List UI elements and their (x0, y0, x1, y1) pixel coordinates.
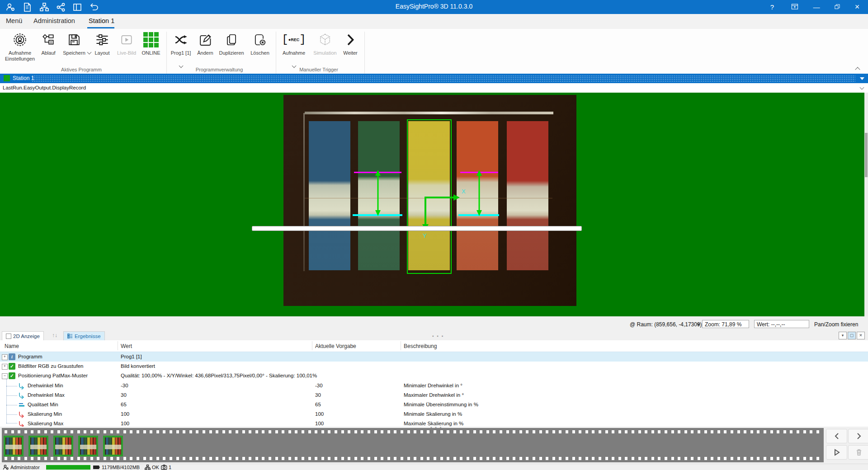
record-icon: [●REC] (279, 31, 308, 49)
next-button[interactable]: Weiter (340, 31, 361, 56)
ribbon-collapse-icon[interactable] (855, 67, 860, 72)
tab-results[interactable]: Ergebnisse (63, 331, 105, 340)
tab-administration[interactable]: Administration (33, 17, 75, 24)
zoom-level-box[interactable]: Zoom: 71,89 % (702, 320, 749, 328)
acquisition-settings-button[interactable]: Aufnahme Einstellungen (4, 31, 36, 62)
ribbon-pin-button[interactable] (786, 0, 804, 14)
expander-icon[interactable]: + (2, 364, 8, 370)
table-row[interactable]: Drehwinkel Min -30 -30 Minimaler Drehwin… (0, 381, 868, 390)
table-row[interactable]: + ✓ Bildfilter RGB zu Graustufen Bild ko… (0, 362, 868, 371)
col-header-beschreibung[interactable]: Beschreibung (404, 343, 437, 349)
station-bar-texture (32, 75, 855, 82)
memory-icon (93, 465, 100, 469)
sort-arrows-icon[interactable]: ↑↓ (52, 332, 57, 338)
quality-bars-icon (18, 401, 25, 409)
image-viewport[interactable]: X Y (0, 93, 864, 316)
filmstrip-zone: ▪ ▪ ▪ (0, 427, 868, 464)
image-thumbnail[interactable] (4, 436, 24, 456)
vertical-scrollbar[interactable] (864, 93, 868, 316)
table-row[interactable]: Qualitaet Min 65 65 Minimale Übereinstim… (0, 400, 868, 409)
results-table: Name Wert Aktuelle Vorgabe Beschreibung … (0, 340, 868, 427)
image-thumbnail[interactable] (103, 436, 123, 456)
program-select-button[interactable]: Prog1 [1] (168, 31, 193, 56)
restore-button[interactable] (828, 0, 846, 14)
gear-badge-icon (4, 31, 36, 49)
pan-zoom-fix-label[interactable]: Pan/Zoom fixieren (814, 321, 858, 328)
thumbnails-play-button[interactable] (826, 445, 847, 460)
panel-pin-button[interactable]: ▾ (839, 332, 847, 339)
image-thumbnail[interactable] (53, 436, 73, 456)
check-icon: ✓ (9, 372, 15, 379)
scale-arrow-icon (18, 411, 25, 418)
delete-program-button[interactable]: Löschen (247, 31, 273, 56)
splitter-handle[interactable]: ▪ ▪ ▪ (432, 334, 444, 338)
range-arrow-icon (18, 382, 25, 390)
delete-document-icon (247, 31, 273, 49)
camera-image: X Y (283, 95, 576, 306)
record-path-text: LastRun.EasyOutput.DisplayRecord (3, 85, 86, 90)
table-row[interactable]: + i Programm Prog1 [1] (0, 352, 868, 362)
col-header-vorgabe[interactable]: Aktuelle Vorgabe (315, 343, 356, 349)
coords-dropdown-triangle-icon[interactable] (697, 324, 700, 326)
group-label-program-management: Programmverwaltung (181, 67, 258, 72)
group-label-active-program: Aktives Programm (45, 67, 118, 72)
tab-station1[interactable]: Station 1 (89, 17, 114, 24)
thumbnails-prev-button[interactable] (826, 429, 847, 443)
camera-count: 1 (169, 465, 171, 470)
sliders-icon (90, 31, 115, 49)
image-thumbnail[interactable] (28, 436, 48, 456)
axis-x-label: X (462, 188, 466, 195)
group-label-manual-trigger: Manueller Trigger (283, 67, 355, 72)
online-button[interactable]: ONLINE (138, 31, 164, 56)
help-button[interactable]: ? (763, 0, 781, 14)
viewport-status-strip: @ Raum: (859,656, -4,17309) Zoom: 71,89 … (0, 319, 868, 331)
station-status-led (4, 75, 10, 81)
close-icon[interactable]: × (848, 0, 866, 14)
record-dropdown-chevron-icon[interactable] (860, 85, 864, 90)
measurement-overlay: X Y (283, 95, 576, 306)
minimize-button[interactable]: — (807, 0, 826, 14)
check-icon: ✓ (9, 363, 15, 370)
online-grid-icon (138, 31, 164, 49)
status-bar: Administrator 1179MB/4102MB OK 1 (0, 464, 868, 470)
display-2d-icon (6, 334, 11, 339)
axis-y-label: Y (423, 232, 427, 239)
col-header-wert[interactable]: Wert (121, 343, 132, 349)
vertical-scrollbar-thumb[interactable] (865, 133, 868, 177)
expander-icon[interactable]: − (2, 373, 8, 379)
user-icon (3, 465, 9, 470)
table-row[interactable]: Skalierung Min 100 100 Minimale Skalieru… (0, 409, 868, 419)
film-perforation (5, 457, 821, 460)
info-icon: i (9, 353, 15, 360)
shuffle-icon (168, 31, 193, 49)
thumbnails-next-button[interactable] (848, 429, 868, 443)
table-row[interactable]: Drehwinkel Max 30 30 Maximaler Drehwinke… (0, 390, 868, 400)
station-collapse-triangle-icon[interactable] (860, 77, 864, 80)
application-window: EasySightPro® 3D 11.0.3.0 ? — × Menü Adm… (0, 0, 868, 470)
station-header-bar[interactable]: Station 1 (0, 74, 868, 83)
scale-arrow-icon (18, 420, 25, 427)
horizontal-scrollbar[interactable] (252, 226, 582, 231)
range-arrow-icon (18, 392, 25, 399)
flow-button[interactable]: Ablauf (36, 31, 61, 56)
tab-menu[interactable]: Menü (6, 17, 22, 24)
duplicate-program-button[interactable]: Duplizieren (217, 31, 246, 56)
image-thumbnail[interactable] (78, 436, 98, 456)
edit-program-button[interactable]: Ändern (193, 31, 217, 56)
panel-close-button[interactable]: ✕ (857, 332, 865, 339)
layout-button[interactable]: Layout (90, 31, 115, 56)
chevron-right-bold-icon (340, 31, 361, 49)
acquire-button[interactable]: [●REC] Aufnahme (279, 31, 308, 56)
duplicate-icon (217, 31, 246, 49)
tab-2d-display[interactable]: 2D Anzeige (2, 331, 44, 340)
table-row[interactable]: − ✓ Positionierung PatMax-Muster Qualitä… (0, 371, 868, 381)
expander-icon[interactable]: + (2, 354, 8, 360)
menu-bar: Menü Administration Station 1 (0, 14, 868, 29)
save-button[interactable]: Speichern (61, 31, 88, 56)
ribbon-toolbar: Aufnahme Einstellungen Ablauf Speichern … (0, 29, 868, 74)
panel-tab-strip: 2D Anzeige ↑↓ Ergebnisse ▪ ▪ ▪ ▾ ▢ ✕ (0, 331, 868, 341)
memory-usage-bar (46, 465, 90, 470)
logged-in-user: Administrator (10, 465, 40, 470)
col-header-name[interactable]: Name (5, 343, 19, 349)
panel-maximize-button[interactable]: ▢ (848, 332, 856, 339)
